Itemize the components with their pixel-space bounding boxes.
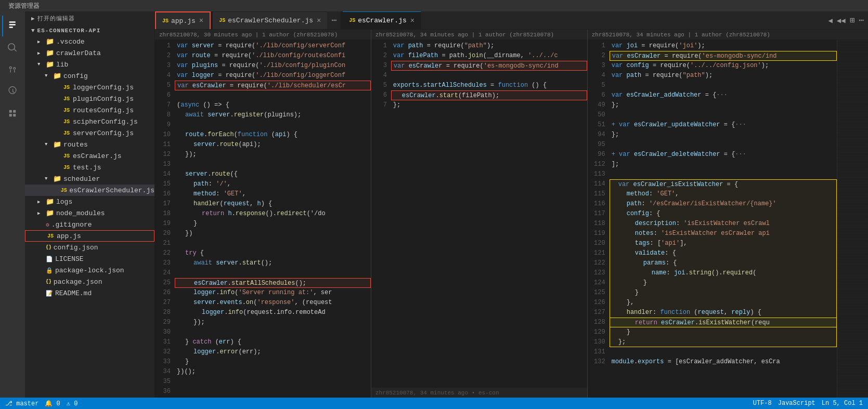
- code-content-2[interactable]: var path = require("path"); var filePath…: [391, 40, 587, 387]
- line-numbers-3: 1234564950519495961121131141151161171181…: [588, 40, 610, 398]
- tree-item-config[interactable]: ▼ 📁 config: [25, 70, 154, 82]
- tab-escrawler[interactable]: JS esCrawler.js ×: [343, 11, 421, 29]
- svg-rect-2: [9, 27, 14, 28]
- activity-icon-source-control[interactable]: [2, 59, 23, 80]
- tree-item-serverconfig[interactable]: JS serverConfig.js: [25, 127, 154, 139]
- status-bar: ⎇ master 🔔 0 ⚠ 0 UTF-8 JavaScript Ln 5, …: [0, 398, 868, 409]
- tab-appjs[interactable]: JS app.js ×: [155, 11, 211, 29]
- tree-item-package-lock[interactable]: 🔒 package-lock.json: [25, 265, 154, 276]
- tree-item-routesconfig[interactable]: JS routesConfig.js: [25, 104, 154, 116]
- tree-item-test[interactable]: JS test.js: [25, 162, 154, 173]
- tree-item-license[interactable]: 📄 LICENSE: [25, 253, 154, 265]
- title-bar: 资源管理器: [0, 0, 868, 11]
- tree-item-escrawler-route[interactable]: JS esCrawler.js: [25, 150, 154, 162]
- line-numbers-2: 1234567: [371, 40, 391, 387]
- editor-pane-2: zhr85210078, 34 minutes ago | 1 author (…: [371, 30, 588, 398]
- tree-item-routes-folder[interactable]: ▼ 📁 routes: [25, 139, 154, 150]
- tree-item-scipherconfig[interactable]: JS scipherConfig.js: [25, 116, 154, 127]
- tab-appjs-icon: JS: [162, 18, 169, 24]
- tab-bar: JS app.js × JS esCrawlerScheduler.js × ⋯: [155, 11, 868, 30]
- tree-item-configjson[interactable]: {} config.json: [25, 242, 154, 253]
- tree-item-lib[interactable]: ▼ 📁 lib: [25, 59, 154, 70]
- tree-item-loggerconfig[interactable]: JS loggerConfig.js: [25, 82, 154, 93]
- blame-bar-3: zhr85210078, 34 minutes ago | 1 author (…: [588, 30, 868, 40]
- line-numbers-1: 1234567891011121314151617181920212223242…: [155, 40, 175, 398]
- activity-icon-explorer[interactable]: [2, 16, 23, 36]
- tab-scheduler-icon: JS: [219, 18, 225, 23]
- svg-rect-0: [9, 21, 16, 23]
- svg-rect-1: [9, 24, 16, 25]
- sidebar: ▶ 打开的编辑器 ▼ ES-CONNECTOR-API ▶ 📁 .vscode …: [25, 11, 155, 398]
- tab-bar-actions: ◀ ◀◀ ⊞ ⋯: [824, 11, 868, 29]
- tab-appjs-label: app.js: [171, 17, 196, 25]
- editor-area: JS app.js × JS esCrawlerScheduler.js × ⋯: [155, 11, 868, 398]
- git-blame-footer: zhr85210078, 34 minutes ago • es-con: [371, 387, 587, 398]
- tab-escrawlerscheduler[interactable]: JS esCrawlerScheduler.js ×: [213, 11, 327, 29]
- blame-bar-2: zhr85210078, 34 minutes ago | 1 author (…: [371, 30, 587, 40]
- tab-scheduler-close[interactable]: ×: [317, 17, 321, 25]
- sidebar-project-label[interactable]: ▼ ES-CONNECTOR-API: [25, 25, 154, 36]
- tree-item-vscode[interactable]: ▶ 📁 .vscode: [25, 36, 154, 47]
- tree-item-crawlerdata[interactable]: ▶ 📁 crawlerData: [25, 47, 154, 59]
- activity-bar: [0, 11, 25, 398]
- tab-escrawler-icon: JS: [349, 18, 355, 23]
- editor-pane-3: zhr85210078, 34 minutes ago | 1 author (…: [588, 30, 868, 398]
- tree-item-appjs[interactable]: JS app.js: [25, 230, 154, 242]
- tree-item-escrawlerscheduler[interactable]: JS esCrawlerScheduler.js: [25, 184, 154, 196]
- tab-actions-middle: ⋯: [327, 11, 341, 29]
- tab-escrawler-label: esCrawler.js: [358, 17, 407, 24]
- tree-item-logs[interactable]: ▶ 📁 logs: [25, 196, 154, 207]
- tree-item-gitignore[interactable]: ⚙ .gitignore: [25, 219, 154, 230]
- activity-icon-extensions[interactable]: [2, 103, 23, 124]
- tree-item-scheduler-folder[interactable]: ▼ 📁 scheduler: [25, 173, 154, 184]
- tab-escrawler-close[interactable]: ×: [410, 17, 414, 25]
- tree-item-packagejson[interactable]: {} package.json: [25, 276, 154, 287]
- status-git[interactable]: ⎇ master: [5, 400, 38, 407]
- editor-pane-1: zhr85210078, 30 minutes ago | 1 author (…: [155, 30, 371, 398]
- minimap-3: [837, 40, 868, 398]
- code-content-1[interactable]: var server = require('./lib/config/serve…: [175, 40, 371, 398]
- tree-item-node-modules[interactable]: ▶ 📁 node_modules: [25, 207, 154, 219]
- title-text: 资源管理器: [8, 2, 40, 10]
- blame-bar-1: zhr85210078, 30 minutes ago | 1 author (…: [155, 30, 371, 40]
- tree-item-readme[interactable]: 📝 README.md: [25, 287, 154, 299]
- tab-scheduler-label: esCrawlerScheduler.js: [228, 17, 313, 24]
- sidebar-open-editors-label[interactable]: ▶ 打开的编辑器: [25, 11, 154, 25]
- tab-appjs-close[interactable]: ×: [199, 17, 203, 25]
- tree-item-pluginconfig[interactable]: JS pluginConfig.js: [25, 93, 154, 104]
- activity-icon-search[interactable]: [2, 37, 23, 58]
- code-content-3[interactable]: var joi = require('joi'); var esCrawler …: [610, 40, 837, 398]
- activity-icon-debug[interactable]: [2, 81, 23, 102]
